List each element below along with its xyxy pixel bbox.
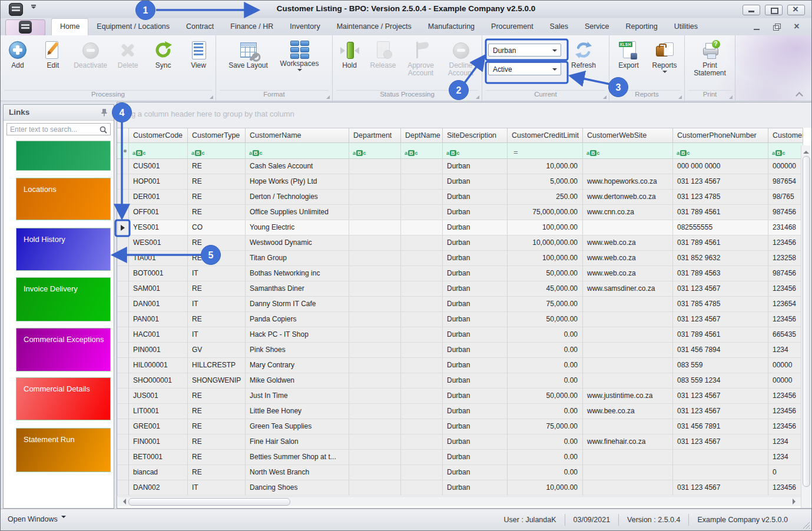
cell-customername[interactable]: Bothas Networking inc [246,266,349,281]
table-row[interactable]: DAN001ITDanny Storm IT CafeDurban75,000.… [117,297,803,312]
cell-department[interactable] [349,174,401,190]
reports-button[interactable]: Reports [647,36,682,75]
refresh-button[interactable]: Refresh [565,36,602,69]
vertical-scroll-thumb[interactable] [803,156,810,487]
cell-department[interactable] [349,266,401,281]
tab-manufacturing[interactable]: Manufacturing [420,18,483,35]
cell-sitedescription[interactable]: Durban [443,389,508,404]
table-row[interactable]: TIA001RETitan GroupDurban100,000.00www.w… [117,251,803,266]
link-tile-blank[interactable] [16,141,111,171]
cell-customerv[interactable]: 123456 [768,480,803,496]
application-button[interactable] [5,19,45,36]
link-tile-commercial-exceptions[interactable]: Commercial Exceptions [16,328,111,371]
mdi-restore-button[interactable] [770,22,783,32]
link-tile-locations[interactable]: Locations [16,178,111,220]
cell-customerv[interactable]: 123654 [768,297,803,312]
table-row[interactable]: HOP001REHope Works (Pty) LtdDurban5,000.… [117,174,803,190]
mdi-minimize-button[interactable] [750,22,763,32]
cell-customercode[interactable]: FIN0001 [129,434,188,450]
tab-procurement[interactable]: Procurement [483,18,542,35]
cell-customercreditlimit[interactable]: 50,000.00 [508,389,583,404]
cell-customerv[interactable]: 665435 [768,327,803,343]
cell-customerphonenumber[interactable]: 031 123 4567 [673,480,768,496]
cell-customerphonenumber[interactable]: 031 123 4567 [673,281,768,297]
tab-utilities[interactable]: Utilities [666,18,706,35]
cell-customercreditlimit[interactable]: 45,000.00 [508,281,583,297]
cell-customertype[interactable]: RE [188,205,246,220]
column-header-customercode[interactable]: CustomerCode [129,128,188,143]
cell-customercode[interactable]: biancad [129,465,188,480]
table-row[interactable]: HAC001ITHack PC - IT ShopDurban0.00031 7… [117,327,803,343]
cell-department[interactable] [349,312,401,327]
cell-customerphonenumber[interactable]: 000 000 0000 [673,159,768,174]
cell-customertype[interactable]: RE [188,174,246,190]
cell-customername[interactable]: Dancing Shoes [246,480,349,496]
table-row[interactable]: PIN0001GVPink ShoesDurban0.00031 456 789… [117,343,803,358]
cell-customertype[interactable]: RE [188,281,246,297]
cell-customerphonenumber[interactable]: 031 123 4567 [673,389,768,404]
export-button[interactable]: XLSHExport [612,36,646,69]
filter-cell-customertype[interactable]: aBc [188,143,246,159]
cell-deptname[interactable] [401,343,443,358]
cell-department[interactable] [349,434,401,450]
cell-customercreditlimit[interactable]: 0.00 [508,373,583,389]
row-indicator-cell[interactable] [117,251,129,266]
cell-deptname[interactable] [401,389,443,404]
cell-customertype[interactable]: RE [188,190,246,205]
cell-deptname[interactable] [401,450,443,465]
cell-customercode[interactable]: JUS001 [129,389,188,404]
tab-home[interactable]: Home [51,18,88,35]
group-by-bar[interactable]: g a column header here to group by that … [117,102,811,128]
cell-deptname[interactable] [401,174,443,190]
cell-sitedescription[interactable]: Durban [443,266,508,281]
cell-deptname[interactable] [401,266,443,281]
row-indicator-cell[interactable] [117,389,129,404]
close-button[interactable] [787,5,805,15]
row-indicator-cell[interactable] [117,266,129,281]
cell-customername[interactable]: Samanthas Diner [246,281,349,297]
cell-customerphonenumber[interactable]: 031 123 4567 [673,404,768,419]
cell-customername[interactable]: Hack PC - IT Shop [246,327,349,343]
cell-customercode[interactable]: LIT0001 [129,404,188,419]
cell-customercreditlimit[interactable]: 100,000.00 [508,251,583,266]
cell-customerv[interactable]: 1234 [768,434,803,450]
filter-cell-customerphonenumber[interactable]: aBc [673,143,768,159]
cell-customercode[interactable]: SHO000001 [129,373,188,389]
cell-customerv[interactable]: 0 [768,465,803,480]
cell-sitedescription[interactable]: Durban [443,220,508,235]
cell-customerphonenumber[interactable]: 031 789 4561 [673,327,768,343]
column-header-customerphonenumber[interactable]: CustomerPhoneNumber [673,128,768,143]
cell-customercreditlimit[interactable]: 250.00 [508,190,583,205]
cell-customercreditlimit[interactable]: 0.00 [508,450,583,465]
dialog-launcher-icon[interactable] [210,95,213,99]
cell-customername[interactable]: Danny Storm IT Cafe [246,297,349,312]
cell-customertype[interactable]: RE [188,312,246,327]
cell-customerwebsite[interactable]: www.web.co.za [583,251,673,266]
table-row[interactable]: LIT0001RELittle Bee HoneyDurban0.00www.b… [117,404,803,419]
cell-deptname[interactable] [401,404,443,419]
tab-contract[interactable]: Contract [178,18,222,35]
cell-customercreditlimit[interactable]: 10,000.00 [508,480,583,496]
cell-customerv[interactable]: 123456 [768,235,803,251]
hold-button[interactable]: Hold [334,36,365,69]
decline-account-button[interactable]: Decline Account [442,36,480,77]
open-windows-button[interactable]: Open Windows [8,515,66,523]
cell-customerv[interactable]: 123456 [768,419,803,434]
cell-sitedescription[interactable]: Durban [443,312,508,327]
cell-customercreditlimit[interactable]: 75,000.00 [508,419,583,434]
cell-customercreditlimit[interactable]: 100,000.00 [508,220,583,235]
cell-customername[interactable]: Derton / Technologies [246,190,349,205]
cell-customerwebsite[interactable]: www.justintime.co.za [583,389,673,404]
cell-department[interactable] [349,205,401,220]
cell-customercode[interactable]: SAM001 [129,281,188,297]
cell-customertype[interactable]: GV [188,343,246,358]
cell-customerwebsite[interactable] [583,159,673,174]
cell-department[interactable] [349,389,401,404]
cell-customerwebsite[interactable]: www.finehair.co.za [583,434,673,450]
table-row[interactable]: PAN001REPanda CopiersDurban50,000.00031 … [117,312,803,327]
deactivate-button[interactable]: Deactivate [71,36,110,69]
cell-department[interactable] [349,450,401,465]
cell-customerphonenumber[interactable]: 083 559 [673,358,768,373]
column-header-customerv[interactable]: CustomerV [768,128,803,143]
table-row[interactable]: DER001REDerton / TechnologiesDurban250.0… [117,190,803,205]
